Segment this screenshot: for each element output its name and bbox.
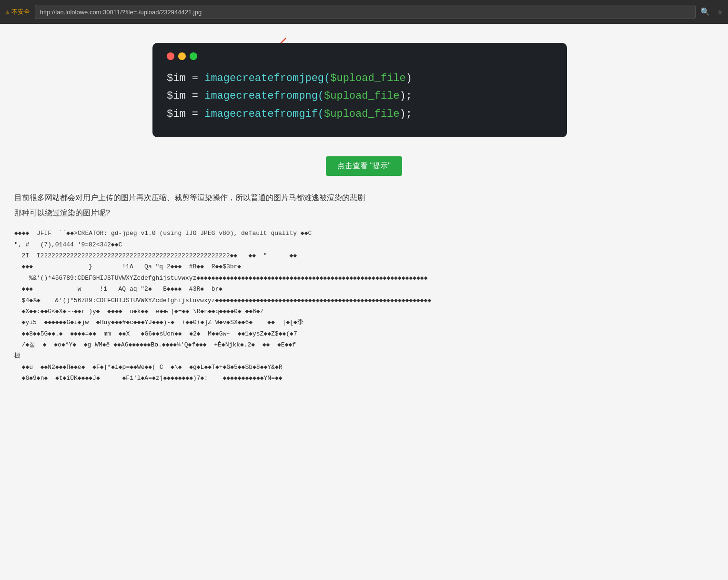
description-line-1: 目前很多网站都会对用户上传的图片再次压缩、裁剪等渲染操作，所以普通的图片马都难逃…	[14, 190, 714, 205]
close-button-light	[167, 52, 174, 60]
code-func-2: imagecreatefrompng(	[204, 90, 324, 102]
warning-icon: ⚠	[6, 8, 10, 16]
binary-line-7: $4◆%◆ &'()*56789:CDEFGHIJSTUVWXYZcdefghi…	[14, 295, 710, 306]
binary-line-6: ◆◆◆ w !1 AQ aq "2◆ B◆◆◆◆ #3R◆ br◆	[14, 284, 710, 295]
description-line-2: 那种可以绕过渲染的图片呢?	[14, 205, 714, 221]
code-prefix-1: $im =	[167, 72, 204, 84]
hint-button[interactable]: 点击查看 "提示"	[326, 156, 402, 176]
search-icon[interactable]: 🔍	[700, 7, 710, 17]
code-param-2: $upload_file	[324, 90, 399, 102]
maximize-button-light	[190, 52, 197, 60]
bo-text: Bo	[151, 341, 158, 348]
code-prefix-2: $im =	[167, 90, 204, 102]
code-prefix-3: $im =	[167, 108, 204, 120]
code-param-3: $upload_file	[324, 108, 399, 120]
binary-line-13: ◆◆u ◆◆N2◆◆◆Π◆◆e◆ ◆F◆|*◆i◆p=◆◆We◆◆( C ◆\◆…	[14, 362, 710, 373]
binary-line-5: %&'()*456789:CDEFGHIJSTUVWXYZcdefghijstu…	[14, 273, 710, 284]
binary-line-2: ", # (7),01444 '9=82<342◆◆C	[14, 239, 710, 250]
code-suffix-1: )	[406, 72, 412, 84]
binary-line-8: ◆X◆◆:◆◆G<◆X◆~~◆◆r )y◆ ◆◆◆◆ u◆k◆◆ e◆◆⌐|◆=…	[14, 306, 710, 317]
binary-line-1: ◆◆◆◆ JFIF ``◆◆>CREATOR: gd-jpeg v1.0 (us…	[14, 228, 710, 239]
binary-line-12: 棚	[14, 350, 710, 361]
code-func-3: imagecreatefromgif(	[204, 108, 324, 120]
traffic-lights	[167, 52, 553, 60]
code-func-1: imagecreatefromjpeg(	[204, 72, 330, 84]
binary-line-3: 2I I222222222222222222222222222222222222…	[14, 250, 710, 261]
code-line-3: $im = imagecreatefromgif($upload_file);	[167, 105, 553, 123]
browser-icons: 🔍 ☆	[700, 7, 722, 17]
binary-line-11: /◆철 ◆ ◆o◆^Y◆ ◆g WM◆ë ◆◆A6◆◆◆◆◆◆Bo.◆◆◆◆¼'…	[14, 339, 710, 350]
page-content: $im = imagecreatefromjpeg($upload_file) …	[0, 24, 728, 580]
binary-line-9: ◆yi5 ◆◆◆◆◆◆G◆i◆jw ◆Huy◆◆◆#◆c◆◆◆YJ◆◆◆)-◆ …	[14, 317, 710, 328]
binary-line-14: ◆G◆9◆n◆ ◆t◆iÜK◆◆◆◆J◆ ◆F1'l◆A=◆zj◆◆◆◆◆◆◆◆…	[14, 373, 710, 384]
code-line-2: $im = imagecreatefrompng($upload_file);	[167, 87, 553, 105]
binary-line-4: ◆◆◆ } !1A Qa "q 2◆◆◆ #B◆◆ R◆◆$3br◆	[14, 261, 710, 272]
code-block: $im = imagecreatefromjpeg($upload_file) …	[167, 70, 553, 123]
binary-data: ◆◆◆◆ JFIF ``◆◆>CREATOR: gd-jpeg v1.0 (us…	[14, 228, 714, 384]
code-suffix-3: );	[400, 108, 412, 120]
binary-line-10: ◆◆8◆◆5G◆◆.◆ ◆◆◆◆=◆◆ mm ◆◆X ◆G6◆◆sUon◆◆ ◆…	[14, 328, 710, 339]
code-param-1: $upload_file	[330, 72, 405, 84]
bookmark-icon[interactable]: ☆	[718, 7, 722, 17]
code-line-1: $im = imagecreatefromjpeg($upload_file)	[167, 70, 553, 87]
security-warning: ⚠ 不安全	[6, 8, 30, 16]
minimize-button-light	[178, 52, 186, 60]
code-suffix-2: );	[400, 90, 412, 102]
url-text: http://lan.lololowe.com:30011/?file=./up…	[40, 9, 202, 16]
address-bar[interactable]: http://lan.lololowe.com:30011/?file=./up…	[35, 5, 696, 19]
browser-bar: ⚠ 不安全 http://lan.lololowe.com:30011/?fil…	[0, 0, 728, 24]
hint-section: 点击查看 "提示"	[0, 152, 728, 181]
warning-text: 不安全	[11, 8, 30, 16]
description: 目前很多网站都会对用户上传的图片再次压缩、裁剪等渲染操作，所以普通的图片马都难逃…	[14, 190, 714, 221]
code-panel: $im = imagecreatefromjpeg($upload_file) …	[152, 43, 567, 137]
